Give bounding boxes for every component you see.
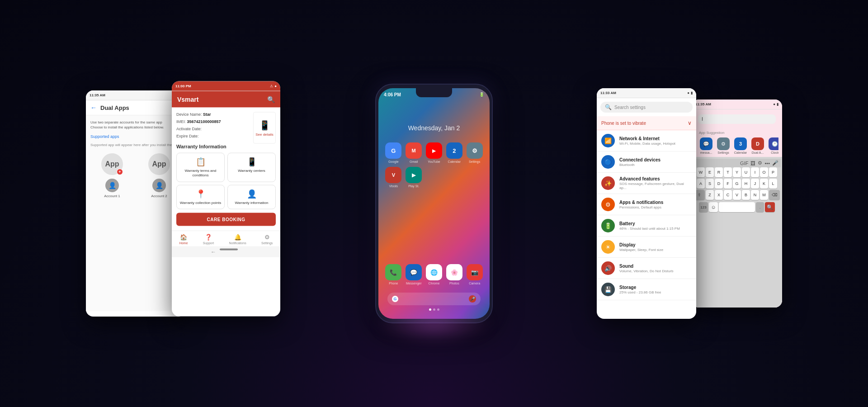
settings-signal-icon: ● <box>687 91 689 95</box>
key-n[interactable]: N <box>751 190 759 200</box>
key-space[interactable] <box>719 202 755 212</box>
keyboard-status-icons: ● ▮ <box>773 102 778 106</box>
vsmart-back-icon[interactable]: ← <box>211 249 216 255</box>
keyboard-signal-icon: ● <box>773 102 775 106</box>
settings-list: 📶 Network & Internet Wi-Fi, Mobile, Data… <box>597 130 696 300</box>
key-r[interactable]: R <box>715 167 723 177</box>
app-suggestion-label: App Suggestion <box>695 130 778 136</box>
vsmart-nav-settings[interactable]: ⚙ Settings <box>261 234 273 245</box>
app-google[interactable]: G Google <box>385 142 402 163</box>
settings-item-network[interactable]: 📶 Network & Internet Wi-Fi, Mobile, Data… <box>597 130 696 151</box>
vsmart-screen: 11:00 PM ⚠ ● Vsmart 🔍 📱 See details Devi… <box>172 81 280 317</box>
app-youtube[interactable]: ▶ YouTube <box>426 142 443 163</box>
key-search[interactable]: 🔍 <box>765 202 775 212</box>
key-emoji[interactable]: ☺ <box>709 202 718 212</box>
app-circle-2: App <box>148 153 170 175</box>
dual-apps-body: Use two separate accounts for the same a… <box>86 115 185 311</box>
suggestion-app-dual[interactable]: D Dual A... <box>750 137 765 154</box>
care-booking-button[interactable]: CARE BOOKING <box>176 213 276 226</box>
sticker-icon[interactable]: 🖼 <box>750 161 755 166</box>
key-e[interactable]: E <box>706 167 714 177</box>
more-icon[interactable]: ••• <box>764 161 770 166</box>
warranty-card-2[interactable]: 📍 Warranty collection points <box>176 185 225 209</box>
settings-item-sound[interactable]: 🔊 Sound Volume, Vibration, Do Not Distur… <box>597 258 696 279</box>
key-m[interactable]: M <box>760 190 768 200</box>
see-details-link[interactable]: See details <box>255 132 274 136</box>
key-t[interactable]: T <box>724 167 732 177</box>
center-phone: 4:06 PM 🔋 Wednesday, Jan 2 G Google M Gm… <box>375 84 493 323</box>
key-k[interactable]: K <box>760 179 768 189</box>
key-numbers[interactable]: 123 <box>699 202 708 212</box>
phone-search-bar[interactable]: G 🎤 <box>387 293 481 305</box>
key-z[interactable]: Z <box>706 190 714 200</box>
search-icon: 🔍 <box>605 104 612 110</box>
key-i[interactable]: I <box>751 167 759 177</box>
dual-apps-screen: 11:35 AM ● ▪ ▮ ← Dual Apps Use two separ… <box>86 90 185 317</box>
app-phone[interactable]: 📞 Phone <box>385 264 402 285</box>
app-camera[interactable]: 📷 Camera <box>466 264 483 285</box>
settings-item-advanced[interactable]: ✨ Advanced features SOS message, Fullscr… <box>597 173 696 194</box>
app-calendar[interactable]: 2 Calendar <box>446 142 462 163</box>
settings-item-storage[interactable]: 💾 Storage 25% used - 23.86 GB free <box>597 279 696 300</box>
vibrate-bar[interactable]: Phone is set to vibrate ∨ <box>597 116 696 130</box>
key-x[interactable]: X <box>715 190 723 200</box>
app-vtools[interactable]: V Vtools <box>385 167 402 188</box>
key-w[interactable]: W <box>697 167 705 177</box>
warranty-info-title: Warranty Information <box>176 144 276 149</box>
warranty-card-1[interactable]: 📱 Warranty centers <box>227 153 276 182</box>
key-backspace[interactable]: ⌫ <box>769 190 780 200</box>
settings-search-bar[interactable]: 🔍 Search settings <box>600 102 693 113</box>
keyboard-search-bar[interactable]: I <box>698 114 776 124</box>
key-s[interactable]: S <box>706 179 714 189</box>
key-v[interactable]: V <box>733 190 741 200</box>
suggestion-app-clock[interactable]: 🕐 Clock <box>768 137 778 154</box>
keyboard-search-cursor: I <box>702 117 703 122</box>
settings-item-apps[interactable]: ⚙ Apps & notifications Permissions, Defa… <box>597 194 696 215</box>
back-arrow-icon[interactable]: ← <box>90 104 97 111</box>
vsmart-nav-notifications[interactable]: 🔔 Notifications <box>229 234 246 245</box>
key-f[interactable]: F <box>724 179 732 189</box>
app-chrome[interactable]: 🌐 Chrome <box>426 264 443 285</box>
warranty-card-0[interactable]: 📋 Warranty terms and conditions <box>176 153 225 182</box>
vsmart-nav-support[interactable]: ❓ Support <box>203 234 214 245</box>
key-o[interactable]: O <box>760 167 768 177</box>
settings-item-bluetooth[interactable]: 🔵 Connected devices Bluetooth <box>597 151 696 173</box>
key-l[interactable]: L <box>769 179 777 189</box>
device-image: 📱 See details <box>253 112 276 144</box>
device-phone-icon: 📱 <box>259 119 270 130</box>
app-gmail[interactable]: M Gmail <box>406 142 422 163</box>
gif-icon[interactable]: GIF <box>740 161 748 166</box>
app-playstore[interactable]: ▶ Play St. <box>406 167 422 188</box>
key-j[interactable]: J <box>751 179 759 189</box>
key-h[interactable]: H <box>742 179 750 189</box>
key-u[interactable]: U <box>742 167 750 177</box>
app-settings[interactable]: ⚙ Settings <box>466 142 483 163</box>
vsmart-signal-icon: ● <box>274 84 277 88</box>
key-c[interactable]: C <box>724 190 732 200</box>
settings-item-battery[interactable]: 🔋 Battery 46% - Should last until about … <box>597 215 696 237</box>
app-messenger[interactable]: 💬 Messenger <box>406 264 422 285</box>
network-text: Network & Internet Wi-Fi, Mobile, Data u… <box>619 136 692 146</box>
key-period[interactable]: . <box>756 202 764 212</box>
key-g[interactable]: G <box>733 179 741 189</box>
mic-toolbar-icon[interactable]: 🎤 <box>772 160 778 166</box>
home-icon: 🏠 <box>180 234 187 241</box>
settings-keyboard-icon[interactable]: ⚙ <box>758 160 762 166</box>
key-y[interactable]: Y <box>733 167 741 177</box>
vsmart-nav-home[interactable]: 🏠 Home <box>179 234 188 245</box>
warranty-card-3[interactable]: 👤 Warranty information <box>227 185 276 209</box>
vsmart-title: Vsmart <box>177 96 198 103</box>
settings-item-display[interactable]: ☀ Display Wallpaper, Sleep, Font size <box>597 237 696 258</box>
photos-icon: 🌸 <box>446 264 462 280</box>
app-photos[interactable]: 🌸 Photos <box>446 264 462 285</box>
sound-title: Sound <box>619 264 692 269</box>
suggestion-app-calendar[interactable]: 3 Calendar <box>733 137 748 154</box>
key-d[interactable]: D <box>715 179 723 189</box>
key-p[interactable]: P <box>769 167 777 177</box>
vsmart-search-icon[interactable]: 🔍 <box>267 96 275 103</box>
suggestion-app-settings[interactable]: ⚙ Settings <box>716 137 731 154</box>
key-b[interactable]: B <box>742 190 750 200</box>
key-a[interactable]: A <box>697 179 705 189</box>
suggestion-app-messa[interactable]: 💬 messa... <box>699 137 713 154</box>
settings-label: Settings <box>469 160 480 163</box>
